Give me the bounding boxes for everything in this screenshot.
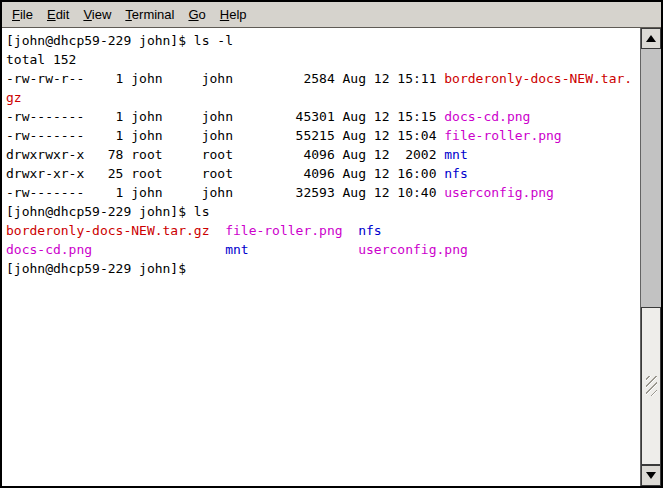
terminal-text-directory: nfs <box>444 166 467 181</box>
terminal-line: borderonly-docs-NEW.tar.gz file-roller.p… <box>6 221 640 240</box>
terminal-text-archive: borderonly-docs-NEW.tar.gz <box>6 223 210 238</box>
terminal-text-archive: borderonly-docs-NEW.tar. <box>444 71 632 86</box>
terminal-text-image: userconfig.png <box>444 185 554 200</box>
terminal-text: -rw-rw-r-- 1 john john 2584 Aug 12 15:11 <box>6 71 444 86</box>
menu-item-label: o <box>199 7 206 22</box>
menu-item-edit[interactable]: Edit <box>40 4 76 25</box>
terminal-line: -rw------- 1 john john 55215 Aug 12 15:0… <box>6 126 640 145</box>
thumb-grip-icon <box>646 376 657 396</box>
terminal-text: -rw------- 1 john john 55215 Aug 12 15:0… <box>6 128 444 143</box>
terminal-text: total 152 <box>6 52 76 67</box>
terminal-line: [john@dhcp59-229 john]$ ls <box>6 202 640 221</box>
terminal-text: drwxrwxr-x 78 root root 4096 Aug 12 2002 <box>6 147 444 162</box>
terminal-line: drwxr-xr-x 25 root root 4096 Aug 12 16:0… <box>6 164 640 183</box>
terminal-text-image: file-roller.png <box>225 223 342 238</box>
menu-item-terminal[interactable]: Terminal <box>118 4 181 25</box>
terminal-text-archive: gz <box>6 90 22 105</box>
terminal-text <box>92 242 225 257</box>
terminal-line: gz <box>6 88 640 107</box>
scroll-down-button[interactable] <box>641 465 661 486</box>
arrow-down-icon <box>646 472 656 479</box>
menu-item-mnemonic: H <box>220 7 229 22</box>
menu-item-label: iew <box>92 7 112 22</box>
menu-item-mnemonic: F <box>12 7 20 22</box>
terminal-text-image: userconfig.png <box>358 242 468 257</box>
menu-item-help[interactable]: Help <box>213 4 254 25</box>
terminal-text: drwxr-xr-x 25 root root 4096 Aug 12 16:0… <box>6 166 444 181</box>
menu-item-mnemonic: E <box>47 7 56 22</box>
menu-item-view[interactable]: View <box>76 4 118 25</box>
terminal-text <box>249 242 359 257</box>
terminal-output[interactable]: [john@dhcp59-229 john]$ ls -ltotal 152-r… <box>2 28 640 486</box>
terminal-text: -rw------- 1 john john 45301 Aug 12 15:1… <box>6 109 444 124</box>
terminal-text: [john@dhcp59-229 john]$ ls <box>6 204 210 219</box>
terminal-text: [john@dhcp59-229 john]$ <box>6 261 194 276</box>
terminal-line: total 152 <box>6 50 640 69</box>
terminal-text: -rw------- 1 john john 32593 Aug 12 10:4… <box>6 185 444 200</box>
terminal-line: [john@dhcp59-229 john]$ ls -l <box>6 31 640 50</box>
terminal-text-image: docs-cd.png <box>6 242 92 257</box>
scroll-up-button[interactable] <box>641 28 661 49</box>
terminal-text-directory: mnt <box>444 147 467 162</box>
menu-bar: FileEditViewTerminalGoHelp <box>2 2 661 28</box>
menu-item-label: erminal <box>132 7 175 22</box>
terminal-line: -rw------- 1 john john 45301 Aug 12 15:1… <box>6 107 640 126</box>
terminal-line: -rw-rw-r-- 1 john john 2584 Aug 12 15:11… <box>6 69 640 88</box>
terminal-line: docs-cd.png mnt userconfig.png <box>6 240 640 259</box>
terminal-window: FileEditViewTerminalGoHelp [john@dhcp59-… <box>0 0 663 488</box>
menu-item-mnemonic: G <box>188 7 198 22</box>
menu-item-label: dit <box>56 7 70 22</box>
terminal-line: drwxrwxr-x 78 root root 4096 Aug 12 2002… <box>6 145 640 164</box>
window-body: [john@dhcp59-229 john]$ ls -ltotal 152-r… <box>2 28 661 486</box>
terminal-text <box>210 223 226 238</box>
terminal-text-image: file-roller.png <box>444 128 561 143</box>
scrollbar-thumb[interactable] <box>641 307 661 465</box>
terminal-text: [john@dhcp59-229 john]$ ls -l <box>6 33 233 48</box>
scrollbar-track[interactable] <box>641 49 661 465</box>
terminal-text <box>343 223 359 238</box>
terminal-text-directory: mnt <box>225 242 248 257</box>
menu-item-file[interactable]: File <box>5 4 40 25</box>
terminal-line: [john@dhcp59-229 john]$ <box>6 259 640 278</box>
menu-item-go[interactable]: Go <box>181 4 212 25</box>
terminal-text-directory: nfs <box>358 223 381 238</box>
menu-item-label: ile <box>20 7 33 22</box>
terminal-text-image: docs-cd.png <box>444 109 530 124</box>
scrollbar <box>640 28 661 486</box>
menu-item-mnemonic: V <box>83 7 91 22</box>
terminal-line: -rw------- 1 john john 32593 Aug 12 10:4… <box>6 183 640 202</box>
menu-item-label: elp <box>229 7 246 22</box>
arrow-up-icon <box>646 35 656 42</box>
